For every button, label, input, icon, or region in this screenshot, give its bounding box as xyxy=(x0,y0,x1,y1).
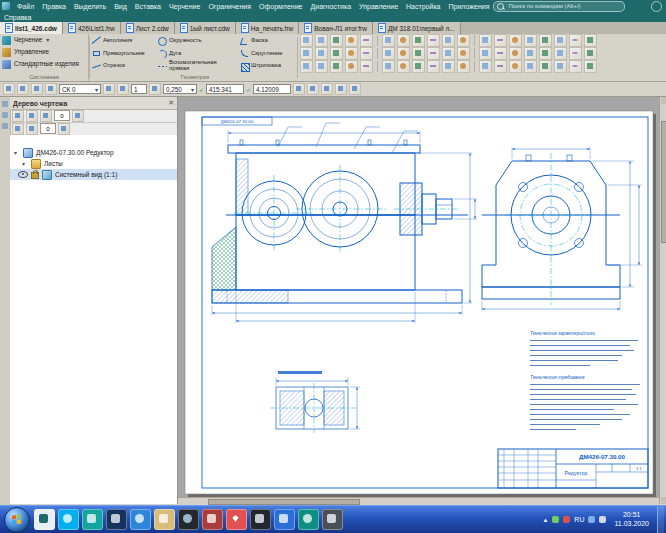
ribbon-icon[interactable] xyxy=(442,60,455,73)
sort-icon[interactable] xyxy=(58,123,70,135)
tab-document-5[interactable]: На_печать.frw xyxy=(236,22,300,34)
taskbar-app-icon[interactable] xyxy=(322,509,343,530)
vertical-scroll-thumb[interactable] xyxy=(661,121,666,243)
ribbon-icon[interactable] xyxy=(412,47,425,60)
ribbon-icon[interactable] xyxy=(584,60,597,73)
taskbar-app-icon[interactable] xyxy=(298,509,319,530)
ribbon-icon[interactable] xyxy=(539,47,552,60)
step-icon[interactable] xyxy=(149,83,161,95)
ribbon-icon[interactable] xyxy=(360,47,373,60)
mode-standard-parts-button[interactable]: Стандартные изделия xyxy=(0,58,88,70)
tool-chamfer[interactable]: Фаска xyxy=(240,35,298,48)
ribbon-icon[interactable] xyxy=(397,47,410,60)
taskbar-app-icon[interactable] xyxy=(226,509,247,530)
tree-filter-icon[interactable] xyxy=(12,110,24,122)
tool-rectangle[interactable]: Прямоугольник xyxy=(92,48,156,61)
show-desktop-button[interactable] xyxy=(657,506,664,533)
angle-snap-icon[interactable] xyxy=(117,83,129,95)
lock-icon[interactable] xyxy=(31,172,39,179)
tool-segment[interactable]: Отрезок xyxy=(92,60,156,73)
scroll-down-arrow[interactable] xyxy=(661,497,666,504)
snap-settings-icon[interactable] xyxy=(293,83,305,95)
ribbon-icon[interactable] xyxy=(382,34,395,47)
tool-hatch[interactable]: Штриховка xyxy=(240,60,298,73)
taskbar-app-folder[interactable] xyxy=(154,509,175,530)
ribbon-icon[interactable] xyxy=(300,60,313,73)
ribbon-icon[interactable] xyxy=(524,60,537,73)
ribbon-icon[interactable] xyxy=(554,60,567,73)
magnifier-icon[interactable] xyxy=(307,83,319,95)
step-combo[interactable]: 0,250▾ xyxy=(163,84,197,94)
tray-icon[interactable] xyxy=(552,516,559,523)
taskbar-clock[interactable]: 20:51 11.03.2020 xyxy=(610,511,653,529)
tool-arc[interactable]: Дуга xyxy=(158,48,238,61)
menu-diagnostics[interactable]: Диагностика xyxy=(307,3,356,10)
ribbon-icon[interactable] xyxy=(584,47,597,60)
panel-tab-icon[interactable] xyxy=(2,112,8,118)
lock-filter-icon[interactable] xyxy=(26,123,38,135)
ribbon-icon[interactable] xyxy=(479,34,492,47)
ribbon-icon[interactable] xyxy=(539,60,552,73)
menu-insert[interactable]: Вставка xyxy=(131,3,165,10)
ribbon-icon[interactable] xyxy=(345,60,358,73)
tree-item-system-view[interactable]: Системный вид (1:1) xyxy=(10,169,177,180)
tool-autoline[interactable]: Автолиния xyxy=(92,35,156,48)
menu-formatting[interactable]: Оформление xyxy=(255,3,306,10)
ribbon-icon[interactable] xyxy=(345,34,358,47)
ribbon-icon[interactable] xyxy=(382,47,395,60)
ribbon-icon[interactable] xyxy=(457,47,470,60)
ribbon-icon[interactable] xyxy=(427,34,440,47)
taskbar-app-skype[interactable] xyxy=(58,509,79,530)
tree-item-sheets[interactable]: ▾ Листы xyxy=(10,158,177,169)
tab-document-3[interactable]: Лист 2.cdw xyxy=(121,22,175,34)
snap-icon[interactable] xyxy=(103,83,115,95)
refresh-icon[interactable] xyxy=(335,83,347,95)
taskbar-app-icon[interactable] xyxy=(202,509,223,530)
expand-icon[interactable]: ▾ xyxy=(22,160,28,167)
ribbon-icon[interactable] xyxy=(427,60,440,73)
ribbon-icon[interactable] xyxy=(360,60,373,73)
scroll-up-arrow[interactable] xyxy=(661,97,666,104)
tab-document-6[interactable]: Вован-Л1 итог.frw xyxy=(299,22,373,34)
tray-icon[interactable] xyxy=(563,516,570,523)
drawing-canvas[interactable]: ДМ426-07.30.00 xyxy=(178,97,659,497)
tab-document-1[interactable]: list1_426.cdw xyxy=(0,22,63,34)
ribbon-icon[interactable] xyxy=(457,60,470,73)
search-input[interactable] xyxy=(506,2,621,10)
help-icon[interactable] xyxy=(651,1,662,12)
grid-icon[interactable] xyxy=(17,83,29,95)
ribbon-icon[interactable] xyxy=(524,47,537,60)
ribbon-icon[interactable] xyxy=(569,34,582,47)
ribbon-icon[interactable] xyxy=(300,47,313,60)
cursor-y-field[interactable]: 4.12009 xyxy=(253,84,291,94)
measure-icon[interactable] xyxy=(349,83,361,95)
taskbar-app-icon[interactable] xyxy=(274,509,295,530)
layers-icon[interactable] xyxy=(3,83,15,95)
ribbon-icon[interactable] xyxy=(554,47,567,60)
ribbon-icon[interactable] xyxy=(584,34,597,47)
tab-document-2[interactable]: 426\List1.frw xyxy=(63,22,121,34)
ribbon-icon[interactable] xyxy=(442,34,455,47)
ribbon-icon[interactable] xyxy=(524,34,537,47)
ribbon-icon[interactable] xyxy=(330,47,343,60)
menu-select[interactable]: Выделить xyxy=(70,3,110,10)
command-search[interactable] xyxy=(493,1,625,12)
menu-view[interactable]: Вид xyxy=(110,3,131,10)
ribbon-icon[interactable] xyxy=(330,60,343,73)
tool-circle[interactable]: Окружность xyxy=(158,35,238,48)
menu-file[interactable]: Файл xyxy=(13,3,38,10)
taskbar-app-icon[interactable] xyxy=(250,509,271,530)
ribbon-icon[interactable] xyxy=(412,60,425,73)
ortho-icon[interactable] xyxy=(31,83,43,95)
tree-item-document[interactable]: ▾ ДМ426-07.30.00 Редуктор xyxy=(10,147,177,158)
tool-fillet[interactable]: Скругление xyxy=(240,48,298,61)
tray-volume-icon[interactable] xyxy=(599,516,606,523)
menu-edit[interactable]: Правка xyxy=(38,3,70,10)
mode-management-button[interactable]: Управление xyxy=(0,46,88,58)
close-icon[interactable]: ✕ xyxy=(168,99,174,107)
tree-settings-icon[interactable] xyxy=(72,110,84,122)
ribbon-icon[interactable] xyxy=(315,60,328,73)
ribbon-icon[interactable] xyxy=(509,47,522,60)
tray-expand-icon[interactable]: ▲ xyxy=(542,517,548,523)
panel-tab-icon[interactable] xyxy=(2,123,8,129)
